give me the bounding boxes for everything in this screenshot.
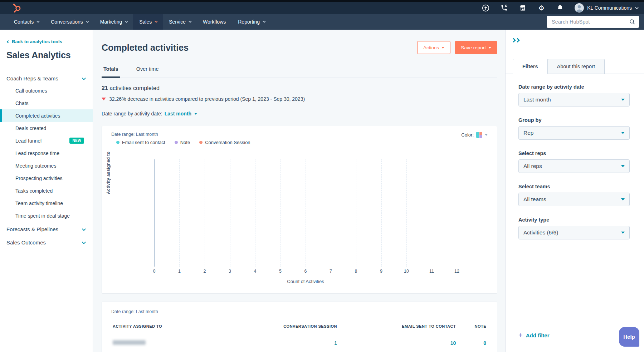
- tab-over-time[interactable]: Over time: [135, 63, 161, 78]
- section-forecasts-pipelines: Forecasts & Pipelines: [0, 223, 93, 235]
- x-tick-label: 9: [380, 269, 382, 274]
- section-sales-outcomes: Sales Outcomes: [0, 237, 93, 248]
- account-name: KL Communications: [587, 5, 632, 11]
- tab-about-this-report[interactable]: About this report: [548, 59, 605, 74]
- filter-list: Date range by activity date Last month G…: [506, 74, 644, 239]
- sidebar-item-meeting-outcomes[interactable]: Meeting outcomes: [0, 159, 93, 172]
- collapse-panel-icon[interactable]: [512, 39, 519, 42]
- section-header-coach-reps-teams[interactable]: Coach Reps & Teams: [0, 73, 93, 84]
- nav-item-workflows[interactable]: Workflows: [197, 14, 232, 30]
- chart-plot-area: [154, 159, 457, 267]
- cell-email-sent-to-contact[interactable]: 10: [338, 333, 457, 351]
- nav-items: Contacts Conversations Marketing Sales S…: [8, 14, 271, 30]
- tab-filters[interactable]: Filters: [513, 59, 548, 74]
- legend-dot-icon: [199, 141, 203, 144]
- x-tick-label: 6: [304, 269, 307, 274]
- gridline: [280, 159, 281, 267]
- filters-panel: Filters About this report Date range by …: [505, 30, 644, 352]
- gridline: [331, 159, 331, 267]
- caret-down-icon: [621, 198, 625, 200]
- legend-item[interactable]: Email sent to contact: [116, 140, 165, 145]
- gridline: [179, 159, 180, 267]
- filter-select-teams: Select teams All teams: [518, 184, 630, 206]
- sidebar-item-team-activity-timeline[interactable]: Team activity timeline: [0, 197, 93, 209]
- filter-group-by: Group by Rep: [518, 117, 630, 140]
- global-search[interactable]: [547, 16, 639, 28]
- marketplace-icon[interactable]: [519, 4, 527, 12]
- legend-item[interactable]: Note: [175, 140, 190, 145]
- select-reps-select[interactable]: All reps: [518, 159, 630, 173]
- gridline: [154, 159, 155, 267]
- chevron-down-icon: [155, 20, 157, 23]
- x-tick-label: 2: [204, 269, 206, 274]
- notifications-icon[interactable]: [556, 4, 564, 12]
- col-activity-assigned-to[interactable]: ACTIVITY ASSIGNED TO: [111, 321, 220, 333]
- upgrade-icon[interactable]: [482, 4, 489, 12]
- gridline: [255, 159, 255, 267]
- nav-item-conversations[interactable]: Conversations: [45, 14, 94, 30]
- nav-item-marketing[interactable]: Marketing: [94, 14, 133, 30]
- chevron-down-icon: [263, 20, 265, 23]
- sidebar-item-chats[interactable]: Chats: [0, 97, 93, 109]
- sidebar-item-lead-response-time[interactable]: Lead response time: [0, 147, 93, 159]
- page-title: Completed activities: [102, 43, 189, 53]
- x-tick-label: 12: [454, 269, 459, 274]
- cell-note[interactable]: 0: [457, 333, 488, 351]
- gridline: [406, 159, 407, 267]
- chevron-left-icon: [7, 40, 10, 43]
- avatar: [575, 3, 584, 13]
- nav-item-contacts[interactable]: Contacts: [8, 14, 45, 30]
- chevron-down-icon: [82, 227, 86, 230]
- select-teams-select[interactable]: All teams: [518, 193, 630, 206]
- search-input[interactable]: [552, 19, 629, 25]
- caret-down-icon: [621, 165, 625, 167]
- sidebar-item-tasks-completed[interactable]: Tasks completed: [0, 184, 93, 197]
- caret-down-icon: [621, 132, 625, 134]
- nav-item-service[interactable]: Service: [163, 14, 197, 30]
- table-row: 1 10 0: [111, 333, 488, 351]
- caret-down-icon: [488, 47, 491, 49]
- cell-conversation-session[interactable]: 1: [220, 333, 338, 351]
- settings-icon[interactable]: ⚙: [537, 4, 545, 12]
- hubspot-logo-icon[interactable]: [12, 3, 22, 13]
- col-conversation-session[interactable]: CONVERSATION SESSION: [220, 321, 338, 333]
- actions-button[interactable]: Actions: [417, 41, 450, 54]
- activities-table: ACTIVITY ASSIGNED TO CONVERSATION SESSIO…: [111, 321, 488, 351]
- col-note[interactable]: NOTE: [457, 321, 488, 333]
- back-to-analytics-link[interactable]: Back to analytics tools: [7, 39, 93, 44]
- sidebar-item-deals-created[interactable]: Deals created: [0, 122, 93, 134]
- sidebar-title: Sales Analytics: [6, 50, 93, 60]
- help-button[interactable]: Help: [619, 327, 639, 347]
- caret-down-icon: [485, 134, 488, 136]
- group-by-select[interactable]: Rep: [518, 126, 630, 140]
- filter-select-reps: Select reps All reps: [518, 150, 630, 173]
- gridline: [205, 159, 205, 267]
- sidebar-item-call-outcomes[interactable]: Call outcomes: [0, 84, 93, 97]
- date-range-dropdown[interactable]: Last month: [165, 111, 191, 116]
- legend-item[interactable]: Conversation Session: [199, 140, 250, 145]
- activity-type-select[interactable]: Activities (6/6): [518, 226, 630, 239]
- gridline: [356, 159, 356, 267]
- sidebar-item-time-spent-in-deal-stage[interactable]: Time spent in deal stage: [0, 209, 93, 222]
- date-range-select[interactable]: Last month: [518, 93, 630, 106]
- sidebar-item-lead-funnel[interactable]: Lead funnel NEW: [0, 134, 93, 147]
- sidebar-item-completed-activities[interactable]: Completed activities: [0, 109, 93, 122]
- save-report-button[interactable]: Save report: [455, 41, 497, 54]
- account-menu[interactable]: KL Communications: [575, 3, 638, 13]
- color-picker[interactable]: Color:: [461, 132, 488, 138]
- section-header-sales-outcomes[interactable]: Sales Outcomes: [0, 237, 93, 248]
- report-tabs: Totals Over time: [102, 63, 497, 78]
- chevron-down-icon: [189, 20, 191, 23]
- trend-indicator: 32.26% decrease in activities compared t…: [102, 96, 497, 102]
- nav-item-sales[interactable]: Sales: [133, 14, 163, 30]
- col-email-sent-to-contact[interactable]: EMAIL SENT TO CONTACT: [338, 321, 457, 333]
- section-header-forecasts-pipelines[interactable]: Forecasts & Pipelines: [0, 223, 93, 235]
- tab-totals[interactable]: Totals: [102, 63, 120, 78]
- chart-date-range-note: Date range: Last month: [111, 132, 158, 137]
- redacted-rep-name[interactable]: [113, 340, 146, 345]
- sidebar-item-prospecting-activities[interactable]: Prospecting activities: [0, 172, 93, 184]
- nav-item-reporting[interactable]: Reporting: [232, 14, 271, 30]
- x-tick-label: 5: [279, 269, 282, 274]
- topbar-navigation: Contacts Conversations Marketing Sales S…: [0, 14, 644, 30]
- calling-icon[interactable]: [500, 4, 508, 12]
